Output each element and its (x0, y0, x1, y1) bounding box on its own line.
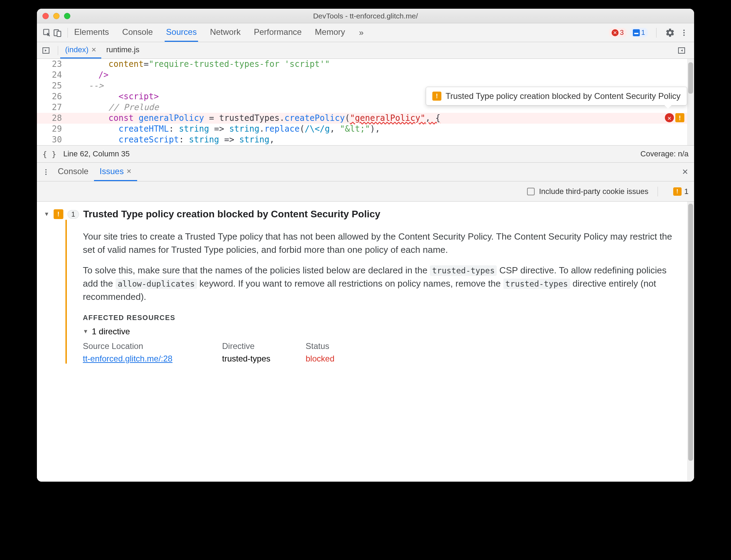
editor-statusbar: { } Line 62, Column 35 Coverage: n/a (37, 145, 694, 163)
drawer-tabs: Console Issues ✕ ✕ (37, 163, 694, 181)
svg-rect-2 (57, 31, 61, 36)
drawer-tab-console[interactable]: Console (52, 163, 94, 181)
tabs-overflow-icon[interactable]: » (359, 28, 363, 38)
main-tabs: Elements Console Sources Network Perform… (73, 23, 609, 42)
file-tab-label: (index) (65, 45, 88, 54)
file-tabs: (index) ✕ runtime.js (37, 42, 694, 59)
drawer-close-icon[interactable]: ✕ (679, 168, 691, 177)
issue-description-1: Your site tries to create a Trusted Type… (83, 230, 673, 256)
issue-description-2: To solve this, make sure that the names … (83, 264, 673, 303)
error-tooltip: ! Trusted Type policy creation blocked b… (426, 87, 687, 106)
tab-sources[interactable]: Sources (165, 23, 198, 42)
source-location-link[interactable]: tt-enforced.glitch.me/:28 (83, 354, 208, 364)
tab-elements[interactable]: Elements (73, 23, 110, 42)
line-gutter: 2324252627282930 (37, 59, 65, 145)
affected-resources-table: Source Location Directive Status tt-enfo… (83, 341, 673, 364)
svg-marker-9 (681, 49, 683, 52)
zoom-window-button[interactable] (64, 13, 70, 19)
inline-error-marks: ✕ ! (665, 113, 684, 122)
settings-gear-icon[interactable] (665, 28, 675, 38)
warning-icon: ! (673, 187, 682, 196)
warning-icon: ! (54, 209, 63, 219)
chevron-down-icon[interactable]: ▼ (83, 328, 88, 335)
more-menu-icon[interactable] (679, 28, 689, 38)
message-count: 1 (641, 29, 645, 37)
table-row: tt-enforced.glitch.me/:28 trusted-types … (83, 354, 673, 364)
close-window-button[interactable] (42, 13, 49, 19)
editor-scrollbar[interactable] (687, 59, 694, 145)
inspect-element-icon[interactable] (42, 28, 52, 38)
affected-resources-heading: AFFECTED RESOURCES (83, 314, 673, 322)
error-count-badge[interactable]: ✕ 3 (609, 28, 627, 37)
minimize-window-button[interactable] (53, 13, 60, 19)
message-icon: ▬ (633, 29, 640, 36)
issue-title: Trusted Type policy creation blocked by … (83, 209, 380, 220)
issues-toolbar: Include third-party cookie issues ! 1 (37, 181, 694, 202)
cursor-position: Line 62, Column 35 (63, 149, 130, 158)
tooltip-text: Trusted Type policy creation blocked by … (446, 91, 681, 101)
file-tab-index[interactable]: (index) ✕ (60, 42, 101, 59)
code-trusted-types: trusted-types (430, 265, 497, 276)
pretty-print-icon[interactable]: { } (42, 150, 56, 158)
drawer-more-icon[interactable] (40, 168, 52, 176)
issues-count[interactable]: ! 1 (673, 187, 689, 196)
directive-count-row[interactable]: ▼ 1 directive (83, 327, 673, 336)
svg-point-4 (683, 32, 685, 33)
error-mark-icon[interactable]: ✕ (665, 113, 674, 122)
file-tab-label: runtime.js (106, 45, 139, 54)
message-count-badge[interactable]: ▬ 1 (630, 28, 648, 37)
coverage-status: Coverage: n/a (640, 149, 689, 158)
issue-body: Your site tries to create a Trusted Type… (65, 220, 687, 364)
issues-scrollbar[interactable] (687, 202, 694, 482)
titlebar: DevTools - tt-enforced.glitch.me/ (37, 9, 694, 23)
col-source-location: Source Location (83, 341, 208, 351)
close-icon[interactable]: ✕ (91, 46, 96, 54)
tab-console[interactable]: Console (121, 23, 154, 42)
debugger-toggle-icon[interactable] (675, 44, 688, 57)
tab-network[interactable]: Network (209, 23, 242, 42)
tab-performance[interactable]: Performance (252, 23, 303, 42)
device-toggle-icon[interactable] (52, 28, 63, 38)
code-trusted-types-2: trusted-types (503, 279, 570, 289)
error-icon: ✕ (612, 29, 619, 36)
code-editor[interactable]: 2324252627282930 content="require-truste… (37, 59, 694, 145)
warning-mark-icon[interactable]: ! (675, 113, 684, 122)
svg-point-3 (683, 30, 685, 31)
file-tab-runtime[interactable]: runtime.js (101, 42, 144, 59)
col-directive: Directive (222, 341, 292, 351)
error-count: 3 (620, 29, 624, 37)
svg-point-12 (45, 173, 47, 175)
traffic-lights (42, 13, 70, 19)
navigator-toggle-icon[interactable] (40, 44, 52, 57)
warning-icon: ! (432, 92, 441, 101)
main-toolbar: Elements Console Sources Network Perform… (37, 23, 694, 42)
svg-point-10 (45, 169, 47, 170)
code-allow-duplicates: allow-duplicates (116, 279, 197, 289)
issue-occurrence-count: 1 (68, 210, 79, 219)
col-status: Status (306, 341, 358, 351)
chevron-down-icon[interactable]: ▼ (44, 211, 49, 217)
tab-memory[interactable]: Memory (314, 23, 347, 42)
include-third-party-label: Include third-party cookie issues (539, 187, 648, 196)
drawer-tab-issues[interactable]: Issues ✕ (94, 163, 137, 181)
devtools-window: DevTools - tt-enforced.glitch.me/ Elemen… (37, 9, 694, 482)
svg-point-5 (683, 34, 685, 36)
include-third-party-checkbox[interactable] (527, 188, 535, 195)
svg-point-11 (45, 171, 47, 173)
issues-panel: ▼ ! 1 Trusted Type policy creation block… (37, 202, 694, 482)
status-value: blocked (306, 354, 358, 364)
svg-marker-7 (45, 49, 47, 52)
issue-header[interactable]: ▼ ! 1 Trusted Type policy creation block… (44, 209, 687, 220)
directive-value: trusted-types (222, 354, 292, 364)
window-title: DevTools - tt-enforced.glitch.me/ (37, 12, 694, 20)
close-icon[interactable]: ✕ (126, 168, 132, 175)
